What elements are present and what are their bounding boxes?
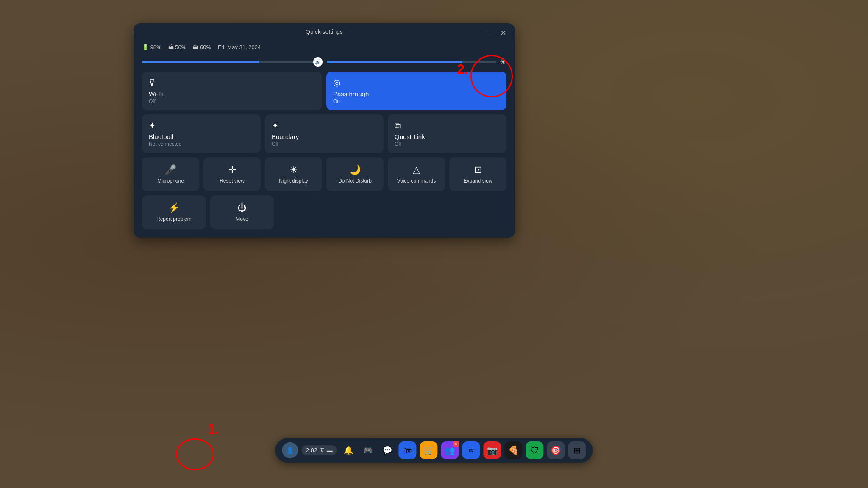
panel-header: Quick settings − ✕ [134,23,515,39]
close-button[interactable]: ✕ [497,27,510,39]
microphone-label: Microphone [157,178,184,184]
storage1-value: 50% [175,44,186,50]
volume-icon: 🔊 [315,59,321,65]
quick-settings-panel: 2. Quick settings − ✕ 🔋 98% 🏔 50% 🏔 60% … [134,23,515,238]
people-badge: 13 [453,441,460,447]
wifi-icon: ⊽ [149,78,315,88]
wifi-tile[interactable]: ⊽ Wi-Fi Off [142,72,322,110]
brightness-icon: ☀ [500,57,506,67]
panel-title: Quick settings [306,28,343,35]
expand-view-label: Expand view [463,178,492,184]
night-display-button[interactable]: ☀ Night display [265,157,322,191]
boundary-icon: ✦ [272,120,377,130]
annotation-step1: 1. [208,421,219,437]
taskbar-battery-icon: ▬ [327,447,333,454]
move-label: Move [236,216,248,222]
quest-link-icon: ⧉ [395,121,500,130]
bluetooth-label: Bluetooth [149,133,254,140]
storage1-icon: 🏔 [168,44,174,50]
reset-view-label: Reset view [220,178,245,184]
night-display-icon: ☀ [289,164,298,175]
brightness-slider-container: ☀ [327,57,506,67]
bluetooth-icon: ✦ [149,120,254,130]
tile-row-3: 🎤 Microphone ✛ Reset view ☀ Night displa… [142,157,506,191]
taskbar-chat-button[interactable]: 💬 [379,442,395,458]
gear-app-icon: 🎯 [551,445,561,455]
boundary-label: Boundary [272,133,377,140]
annotation-step2: 2. [457,61,468,77]
brightness-slider-fill [327,61,462,63]
tiles-grid: ⊽ Wi-Fi Off ◎ Passthrough On ✦ Bluetooth… [134,72,515,229]
voice-commands-icon: △ [413,164,420,175]
taskbar-wifi-icon: ⊽ [320,447,324,454]
move-button[interactable]: ⏻ Move [210,195,274,229]
taskbar-gear-app[interactable]: 🎯 [547,441,565,459]
voice-commands-label: Voice commands [397,178,436,184]
expand-view-icon: ⊡ [474,164,482,175]
taskbar-controller-button[interactable]: 🎮 [360,442,376,458]
taskbar-grid-app[interactable]: ⊞ [568,441,586,459]
people-icon: 👥 [445,445,455,455]
grid-icon: ⊞ [573,445,581,455]
reset-view-icon: ✛ [228,164,236,175]
taskbar: 👤 2:02 ⊽ ▬ 🔔 🎮 💬 🛍 🛒 👥 13 ∞ 📷 🍕 🛡 🎯 [275,438,593,463]
controller-icon: 🎮 [363,446,373,455]
voice-commands-button[interactable]: △ Voice commands [388,157,445,191]
quest-link-sublabel: Off [395,141,500,147]
passthrough-label: Passthrough [333,90,500,97]
move-icon: ⏻ [237,202,247,214]
passthrough-tile[interactable]: ◎ Passthrough On [326,72,506,110]
storage2-status: 🏔 60% [193,44,211,50]
avatar[interactable]: 👤 [282,442,298,458]
minimize-button[interactable]: − [482,27,493,39]
night-display-label: Night display [279,178,308,184]
volume-slider-container: 🔊 [142,61,322,63]
taskbar-store-app[interactable]: 🛍 [399,441,417,459]
reset-view-button[interactable]: ✛ Reset view [203,157,261,191]
tile-row-2: ✦ Bluetooth Not connected ✦ Boundary Off… [142,114,506,153]
quest-link-tile[interactable]: ⧉ Quest Link Off [388,114,506,153]
brightness-slider-track[interactable] [327,61,496,63]
bluetooth-tile[interactable]: ✦ Bluetooth Not connected [142,114,261,153]
expand-view-button[interactable]: ⊡ Expand view [449,157,506,191]
taskbar-security-app[interactable]: 🛡 [526,441,544,459]
taskbar-time-area[interactable]: 2:02 ⊽ ▬ [301,445,337,455]
storage1-status: 🏔 50% [168,44,186,50]
passthrough-icon: ◎ [333,78,500,88]
taskbar-pizza-app[interactable]: 🍕 [505,441,523,459]
camera-icon: 📷 [487,445,498,455]
chat-icon: 💬 [383,446,392,455]
do-not-disturb-button[interactable]: 🌙 Do Not Disturb [326,157,384,191]
pizza-icon: 🍕 [508,445,519,455]
tile-row-4: ⚡ Report problem ⏻ Move [142,195,506,229]
empty-space [278,195,506,229]
taskbar-bell-button[interactable]: 🔔 [340,442,356,458]
report-problem-button[interactable]: ⚡ Report problem [142,195,206,229]
report-problem-label: Report problem [156,216,192,222]
taskbar-time: 2:02 [306,447,317,454]
storage2-icon: 🏔 [193,44,198,50]
boundary-tile[interactable]: ✦ Boundary Off [265,114,384,153]
store-icon: 🛍 [403,446,412,455]
wifi-label: Wi-Fi [149,90,315,97]
battery-status: 🔋 98% [142,44,161,50]
do-not-disturb-label: Do Not Disturb [338,178,372,184]
taskbar-shop-app[interactable]: 🛒 [420,441,438,459]
taskbar-camera-app[interactable]: 📷 [484,441,501,459]
battery-value: 98% [150,44,161,50]
report-problem-icon: ⚡ [168,202,180,214]
taskbar-people-app[interactable]: 👥 13 [441,441,459,459]
tile-row-1: ⊽ Wi-Fi Off ◎ Passthrough On [142,72,506,110]
volume-slider-track[interactable]: 🔊 [142,61,322,63]
storage2-value: 60% [200,44,211,50]
volume-slider-thumb[interactable]: 🔊 [313,57,323,67]
microphone-icon: 🎤 [165,164,176,175]
bluetooth-sublabel: Not connected [149,141,254,147]
microphone-button[interactable]: 🎤 Microphone [142,157,199,191]
battery-icon-sm: 🔋 [142,44,149,50]
boundary-sublabel: Off [272,141,377,147]
taskbar-meta-app[interactable]: ∞ [462,441,480,459]
bell-icon: 🔔 [344,446,353,455]
passthrough-sublabel: On [333,98,500,104]
status-bar: 🔋 98% 🏔 50% 🏔 60% Fri, May 31, 2024 ⚙ Se… [134,39,515,57]
